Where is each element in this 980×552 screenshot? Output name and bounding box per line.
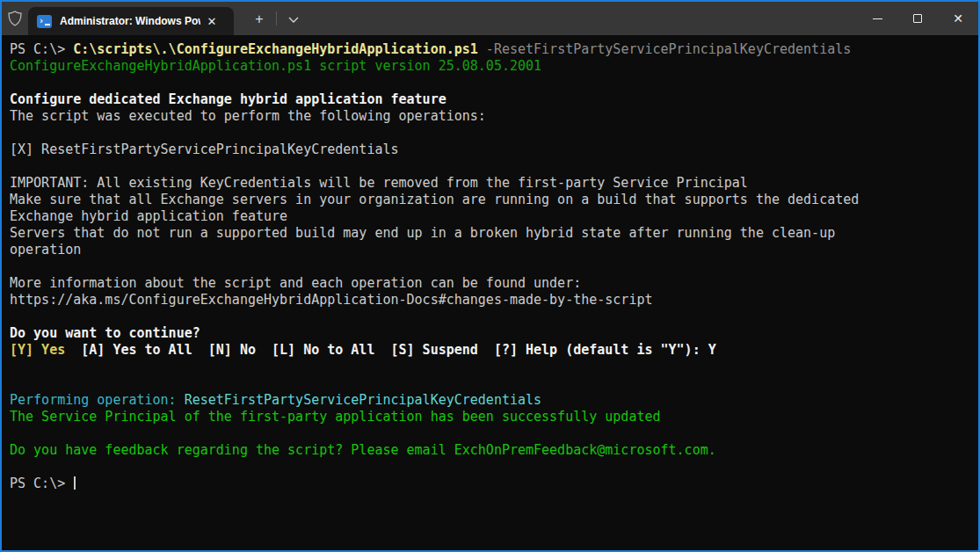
maximize-icon: [913, 14, 922, 23]
terminal-line: operation: [10, 242, 975, 258]
terminal-line: Do you have feedback regarding the scrip…: [10, 442, 975, 459]
maximize-button[interactable]: [897, 2, 938, 35]
terminal-text: Exchange hybrid application feature: [10, 208, 287, 224]
terminal-line: IMPORTANT: All existing KeyCredentials w…: [10, 175, 975, 192]
terminal-line: The Service Principal of the first-party…: [10, 409, 975, 425]
terminal-cursor: [74, 476, 76, 490]
terminal-text: Servers that do not run a supported buil…: [10, 225, 835, 241]
powershell-icon: ›: [37, 15, 52, 28]
admin-shield-icon: [2, 2, 28, 35]
terminal-line: Performing operation: ResetFirstPartySer…: [10, 392, 975, 409]
terminal-text: Do you have feedback regarding the scrip…: [10, 442, 716, 458]
tab-dropdown-button[interactable]: [279, 4, 309, 35]
terminal-text: https://aka.ms/ConfigureExchangeHybridAp…: [10, 292, 653, 308]
terminal-line: Exchange hybrid application feature: [10, 208, 975, 225]
terminal-line: PS C:\> C:\scripts\.\ConfigureExchangeHy…: [10, 41, 975, 58]
terminal-text: [Y] Yes: [10, 342, 65, 358]
terminal-line: Servers that do not run a supported buil…: [10, 225, 975, 242]
tab-close-icon[interactable]: ✕: [200, 11, 223, 32]
new-tab-button[interactable]: +: [244, 4, 274, 35]
terminal-buffer[interactable]: PS C:\> C:\scripts\.\ConfigureExchangeHy…: [2, 35, 978, 550]
terminal-line: Do you want to continue?: [10, 325, 975, 342]
terminal-text: Performing operation:: [10, 392, 185, 408]
tab-administrator-powershell[interactable]: › Administrator: Windows PowerShell ✕: [28, 7, 234, 35]
terminal-text: [X] ResetFirstPartyServicePrincipalKeyCr…: [10, 142, 399, 157]
terminal-text: [A] Yes to All [N] No [L] No to All [S] …: [65, 342, 716, 358]
terminal-line: [10, 258, 975, 275]
terminal-text: ResetFirstPartyServicePrincipalKeyCreden…: [185, 392, 541, 408]
terminal-line: https://aka.ms/ConfigureExchangeHybridAp…: [10, 292, 975, 309]
terminal-line: More information about the script and ea…: [10, 275, 975, 292]
terminal-line: Configure dedicated Exchange hybrid appl…: [10, 91, 975, 108]
terminal-text: -ResetFirstPartyServicePrincipalKeyCrede…: [486, 41, 851, 57]
minimize-button[interactable]: [857, 2, 897, 35]
terminal-text: ConfigureExchangeHybridApplication.ps1 s…: [10, 58, 541, 74]
titlebar-drag-area: [309, 2, 857, 35]
terminal-line: [10, 75, 975, 91]
terminal-line: ConfigureExchangeHybridApplication.ps1 s…: [10, 58, 975, 75]
terminal-line: Make sure that all Exchange servers in y…: [10, 192, 975, 208]
terminal-text: The Service Principal of the first-party…: [10, 409, 661, 425]
terminal-line: [X] ResetFirstPartyServicePrincipalKeyCr…: [10, 142, 975, 158]
terminal-text: Do you want to continue?: [10, 325, 200, 341]
titlebar: › Administrator: Windows PowerShell ✕ + …: [2, 2, 978, 35]
terminal-text: PS C:\>: [10, 476, 73, 491]
minimize-icon: [873, 18, 882, 19]
terminal-line: [10, 459, 975, 476]
terminal-text: operation: [10, 242, 81, 258]
terminal-line: [Y] Yes [A] Yes to All [N] No [L] No to …: [10, 342, 975, 359]
terminal-line: The script was executed to perform the f…: [10, 108, 975, 125]
terminal-text: [478, 41, 486, 57]
terminal-line: [10, 125, 975, 142]
terminal-line: [10, 425, 975, 442]
terminal-text: The script was executed to perform the f…: [10, 108, 486, 124]
terminal-line: PS C:\>: [10, 476, 975, 492]
terminal-text: IMPORTANT: All existing KeyCredentials w…: [10, 175, 748, 191]
terminal-text: Configure dedicated Exchange hybrid appl…: [10, 91, 446, 107]
terminal-line: [10, 375, 975, 392]
terminal-line: [10, 158, 975, 175]
terminal-text: Make sure that all Exchange servers in y…: [10, 192, 859, 207]
close-button[interactable]: ✕: [938, 2, 978, 35]
terminal-line: [10, 359, 975, 375]
terminal-text: PS C:\>: [10, 41, 73, 57]
terminal-text: C:\scripts\.\ConfigureExchangeHybridAppl…: [73, 41, 478, 57]
terminal-text: More information about the script and ea…: [10, 275, 581, 291]
tab-title: Administrator: Windows PowerShell: [60, 15, 200, 27]
terminal-window: › Administrator: Windows PowerShell ✕ + …: [0, 0, 980, 552]
terminal-line: [10, 309, 975, 325]
tabbar-divider: [276, 11, 277, 25]
